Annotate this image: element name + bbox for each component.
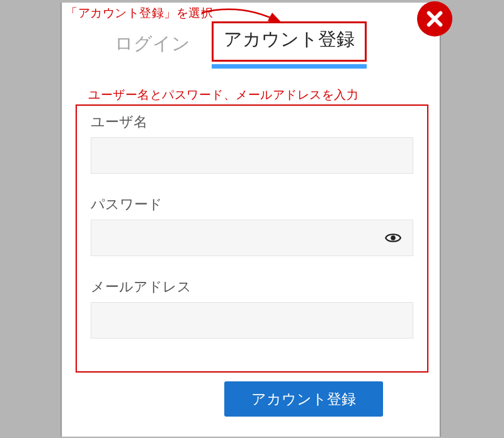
svg-point-0 xyxy=(391,235,396,240)
register-button[interactable]: アカウント登録 xyxy=(224,381,383,417)
field-username: ユーザ名 xyxy=(91,113,413,174)
email-input[interactable] xyxy=(91,302,413,339)
username-input[interactable] xyxy=(91,137,413,174)
field-email: メールアドレス xyxy=(91,278,413,339)
tab-register[interactable]: アカウント登録 xyxy=(220,25,358,57)
eye-icon[interactable] xyxy=(384,229,402,247)
close-icon[interactable] xyxy=(417,1,452,36)
tab-bar: ログイン アカウント登録 xyxy=(62,21,440,62)
tab-login[interactable]: ログイン xyxy=(111,29,194,62)
username-label: ユーザ名 xyxy=(91,113,413,132)
tab-active-underline xyxy=(212,64,367,69)
annotation-enter-fields: ユーザー名とパスワード、メールアドレスを入力 xyxy=(88,87,358,103)
annotation-select-tab: 「アカウント登録」を選択 xyxy=(66,5,213,21)
modal-panel: 「アカウント登録」を選択 ログイン アカウント登録 ユーザー名とパスワード、メー… xyxy=(60,3,441,437)
annotation-highlight-tab: アカウント登録 xyxy=(212,21,367,62)
annotation-highlight-form: ユーザ名 パスワード メールアドレス xyxy=(76,104,428,373)
password-label: パスワード xyxy=(91,195,413,214)
field-password: パスワード xyxy=(91,195,413,256)
email-label: メールアドレス xyxy=(91,278,413,296)
password-input[interactable] xyxy=(91,220,413,256)
